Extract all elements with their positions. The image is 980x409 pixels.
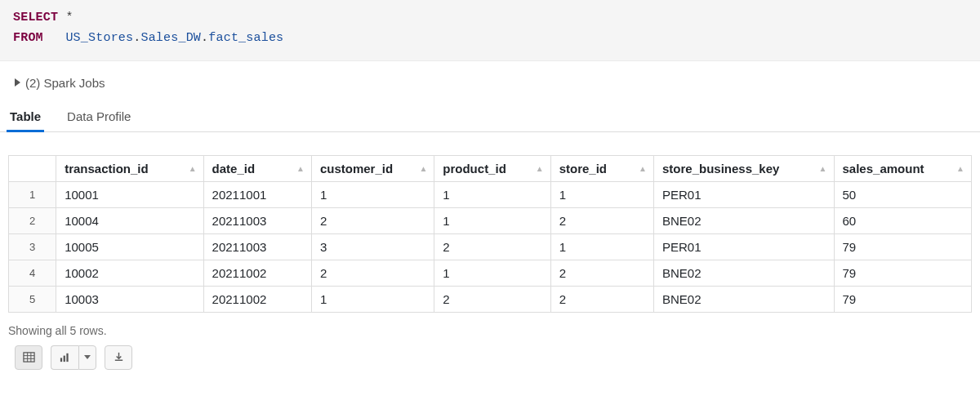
cell-customer_id: 2 — [311, 207, 434, 233]
chart-view-button[interactable] — [51, 345, 78, 370]
col-header-store_id[interactable]: store_id▲ — [550, 155, 653, 181]
result-tabs: Table Data Profile — [0, 98, 980, 132]
table-row: 11000120211001111PER0150 — [9, 181, 972, 207]
rows-summary: Showing all 5 rows. — [0, 316, 980, 342]
cell-sales_amount: 79 — [834, 260, 971, 286]
cell-transaction_id: 10005 — [56, 233, 203, 260]
row-index: 4 — [9, 260, 56, 286]
row-index: 1 — [9, 181, 56, 207]
results-toolbar — [0, 342, 980, 380]
row-index-header — [9, 155, 56, 181]
sort-icon: ▲ — [956, 164, 964, 173]
cell-customer_id: 2 — [311, 260, 434, 286]
col-header-date_id[interactable]: date_id▲ — [203, 155, 311, 181]
sql-keyword-select: SELECT — [13, 11, 58, 24]
svg-rect-6 — [64, 356, 65, 362]
col-header-transaction_id[interactable]: transaction_id▲ — [56, 155, 203, 181]
cell-store_business_key: PER01 — [653, 181, 834, 207]
table-row: 51000320211002122BNE0279 — [9, 286, 972, 312]
sort-icon: ▲ — [536, 164, 544, 173]
sql-id-catalog: US_Stores — [65, 31, 133, 45]
cell-customer_id: 1 — [311, 286, 434, 312]
cell-transaction_id: 10002 — [56, 260, 203, 286]
spark-jobs-label: (2) Spark Jobs — [25, 76, 105, 90]
cell-product_id: 2 — [434, 286, 550, 312]
col-header-sales_amount[interactable]: sales_amount▲ — [834, 155, 971, 181]
chart-view-dropdown[interactable] — [78, 345, 96, 370]
cell-sales_amount: 79 — [834, 233, 971, 260]
sort-icon: ▲ — [296, 164, 305, 173]
row-index: 5 — [9, 286, 56, 312]
cell-transaction_id: 10001 — [56, 181, 203, 207]
cell-store_id: 2 — [550, 260, 653, 286]
cell-product_id: 1 — [434, 207, 550, 233]
table-view-button[interactable] — [15, 345, 42, 370]
cell-product_id: 2 — [434, 233, 550, 260]
cell-store_business_key: BNE02 — [653, 286, 834, 312]
sql-keyword-from: FROM — [13, 31, 43, 45]
svg-rect-7 — [66, 353, 68, 362]
cell-store_id: 2 — [550, 286, 653, 312]
cell-customer_id: 1 — [311, 181, 434, 207]
table-row: 41000220211002212BNE0279 — [9, 260, 972, 286]
sort-icon: ▲ — [419, 164, 427, 173]
col-header-product_id[interactable]: product_id▲ — [434, 155, 550, 181]
results-table: transaction_id▲ date_id▲ customer_id▲ pr… — [8, 155, 972, 313]
download-button[interactable] — [105, 345, 132, 370]
cell-transaction_id: 10004 — [56, 207, 203, 233]
sql-code-cell: SELECT * FROM US_Stores.Sales_DW.fact_sa… — [0, 0, 980, 61]
cell-store_id: 1 — [550, 181, 653, 207]
cell-sales_amount: 79 — [834, 286, 971, 312]
cell-product_id: 1 — [434, 181, 550, 207]
cell-sales_amount: 60 — [834, 207, 971, 233]
table-header-row: transaction_id▲ date_id▲ customer_id▲ pr… — [9, 155, 972, 181]
chart-view-split-button — [51, 345, 96, 370]
table-row: 31000520211003321PER0179 — [9, 233, 972, 260]
cell-store_id: 2 — [550, 207, 653, 233]
caret-right-icon — [15, 78, 20, 87]
sort-icon: ▲ — [639, 164, 647, 173]
svg-rect-0 — [23, 353, 33, 362]
cell-transaction_id: 10003 — [56, 286, 203, 312]
bar-chart-icon — [59, 351, 71, 363]
cell-date_id: 20211002 — [203, 260, 311, 286]
cell-store_business_key: PER01 — [653, 233, 834, 260]
tab-data-profile[interactable]: Data Profile — [65, 104, 132, 131]
table-icon — [23, 351, 35, 363]
cell-date_id: 20211002 — [203, 286, 311, 312]
cell-store_business_key: BNE02 — [653, 207, 834, 233]
sql-id-schema: Sales_DW — [140, 31, 201, 45]
row-index: 3 — [9, 233, 56, 260]
cell-sales_amount: 50 — [834, 181, 971, 207]
table-row: 21000420211003212BNE0260 — [9, 207, 972, 233]
tab-table[interactable]: Table — [8, 104, 42, 131]
sql-star: * — [65, 11, 73, 24]
row-index: 2 — [9, 207, 56, 233]
col-header-customer_id[interactable]: customer_id▲ — [311, 155, 434, 181]
spark-jobs-expander[interactable]: (2) Spark Jobs — [0, 61, 980, 98]
cell-customer_id: 3 — [311, 233, 434, 260]
chevron-down-icon — [84, 355, 91, 359]
cell-date_id: 20211003 — [203, 207, 311, 233]
sql-id-table: fact_sales — [208, 31, 283, 45]
sort-icon: ▲ — [189, 164, 197, 173]
svg-rect-5 — [60, 358, 62, 362]
cell-date_id: 20211001 — [203, 181, 311, 207]
cell-product_id: 1 — [434, 260, 550, 286]
download-icon — [113, 351, 125, 363]
sort-icon: ▲ — [819, 164, 827, 173]
cell-store_business_key: BNE02 — [653, 260, 834, 286]
cell-date_id: 20211003 — [203, 233, 311, 260]
col-header-store_business_key[interactable]: store_business_key▲ — [653, 155, 834, 181]
cell-store_id: 1 — [550, 233, 653, 260]
